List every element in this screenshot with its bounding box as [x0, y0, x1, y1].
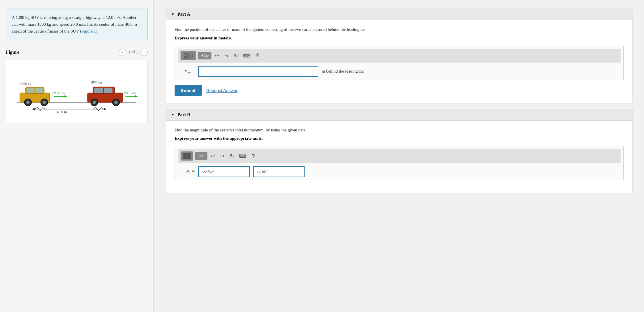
part-b-title: Part B [177, 112, 190, 117]
part-b-toolbar: μÅ ↩ ↪ ↻ ⌨ ? [178, 149, 621, 163]
part-b-section: ▼ Part B Find the magnitude of the syste… [166, 109, 633, 193]
math-template-button[interactable]: √□ n □ [181, 51, 196, 60]
part-b-help-button[interactable]: ? [250, 152, 257, 160]
part-a-answer-row: xcm = m behind the leading car [178, 66, 621, 77]
svg-rect-13 [94, 88, 103, 93]
part-a-unit-label: m behind the leading car [322, 69, 364, 74]
suv-mass-label: 1200 kg [20, 82, 31, 85]
part-b-value-input[interactable] [198, 166, 250, 177]
distance-label: 40.0 m [57, 110, 67, 114]
part-b-input-box: μÅ ↩ ↪ ↻ ⌨ ? P1 = [175, 146, 624, 180]
part-b-express: Express your answer with the appropriate… [175, 136, 624, 141]
svg-marker-20 [135, 95, 137, 97]
part-a-answer-input[interactable] [198, 66, 318, 77]
svg-rect-4 [35, 88, 43, 93]
part-a-toolbar: √□ n □ ΑΣφ ↩ ↪ ↻ ⌨ ? [178, 49, 621, 63]
help-button[interactable]: ? [254, 51, 261, 60]
figure-header: Figure ‹ 1 of 1 › [6, 49, 148, 56]
part-b-answer-row: P1 = [178, 166, 621, 177]
part-b-redo-button[interactable]: ↪ [219, 152, 226, 160]
car-speed-label: 20.0 m/s [124, 91, 137, 95]
part-a-body: Find the position of the center of mass … [166, 20, 632, 103]
car-mass-label: 1800 kg [90, 81, 102, 84]
figure-title: Figure [6, 49, 19, 55]
part-b-units-button[interactable]: μÅ [195, 152, 207, 160]
part-a-input-box: √□ n □ ΑΣφ ↩ ↪ ↻ ⌨ ? [175, 46, 624, 80]
svg-point-8 [43, 101, 46, 104]
part-b-undo-button[interactable]: ↩ [209, 152, 217, 160]
svg-marker-10 [65, 95, 67, 97]
refresh-button[interactable]: ↻ [232, 51, 240, 60]
svg-rect-3 [27, 88, 34, 93]
svg-marker-23 [104, 108, 106, 110]
part-b-collapse-arrow[interactable]: ▼ [171, 113, 175, 117]
figure-diagram: 1200 kg 12.0 m/s 1800 kg 20.0 m/s [12, 67, 142, 116]
svg-rect-30 [183, 153, 187, 156]
part-b-variable-label: P1 = [178, 169, 195, 175]
figure-page-indicator: 1 of 1 [129, 50, 138, 55]
greek-symbols-button[interactable]: ΑΣφ [198, 52, 211, 59]
part-b-keyboard-button[interactable]: ⌨ [237, 152, 248, 160]
part-b-units-input[interactable] [253, 166, 305, 177]
part-b-template-button[interactable] [181, 151, 193, 161]
svg-rect-33 [187, 156, 191, 159]
left-panel: A 1200 kg SUV is moving along a straight… [0, 0, 154, 312]
part-b-body: Find the magnitude of the system's total… [166, 121, 632, 193]
part-a-question: Find the position of the center of mass … [175, 26, 624, 33]
svg-rect-32 [183, 156, 187, 159]
problem-box: A 1200 kg SUV is moving along a straight… [6, 9, 148, 40]
part-a-variable-label: xcm = [178, 68, 195, 74]
svg-text:n: n [190, 53, 191, 55]
suv-speed-label: 12.0 m/s [52, 91, 65, 95]
figure-nav: ‹ 1 of 1 › [119, 49, 148, 56]
part-a-collapse-arrow[interactable]: ▼ [171, 12, 175, 17]
part-a-submit-button[interactable]: Submit [175, 85, 202, 96]
part-b-question: Find the magnitude of the system's total… [175, 127, 624, 133]
part-a-request-answer-button[interactable]: Request Answer [206, 88, 237, 93]
svg-point-6 [26, 101, 29, 104]
part-b-refresh-button[interactable]: ↻ [228, 152, 236, 160]
svg-marker-22 [32, 108, 35, 110]
keyboard-button[interactable]: ⌨ [241, 51, 252, 60]
part-a-header: ▼ Part A [166, 9, 632, 20]
svg-text:√□: √□ [184, 54, 187, 57]
svg-rect-14 [104, 88, 112, 93]
redo-button[interactable]: ↪ [223, 51, 230, 60]
part-a-title: Part A [177, 12, 190, 17]
undo-button[interactable]: ↩ [213, 51, 221, 60]
svg-rect-31 [187, 153, 191, 156]
problem-text: A 1200 kg SUV is moving along a straight… [12, 15, 137, 33]
figure-next-button[interactable]: › [140, 49, 148, 56]
part-b-header: ▼ Part B [166, 109, 632, 121]
figure-area: 1200 kg 12.0 m/s 1800 kg 20.0 m/s [6, 60, 148, 123]
part-a-section: ▼ Part A Find the position of the center… [166, 9, 633, 103]
svg-point-16 [93, 101, 96, 104]
part-a-actions: Submit Request Answer [175, 85, 624, 96]
part-a-express: Express your answer in meters. [175, 36, 624, 41]
figure-link[interactable]: Figure 1 [81, 29, 96, 33]
svg-point-18 [114, 101, 117, 104]
figure-prev-button[interactable]: ‹ [119, 49, 126, 56]
right-panel: ▼ Part A Find the position of the center… [154, 0, 644, 312]
